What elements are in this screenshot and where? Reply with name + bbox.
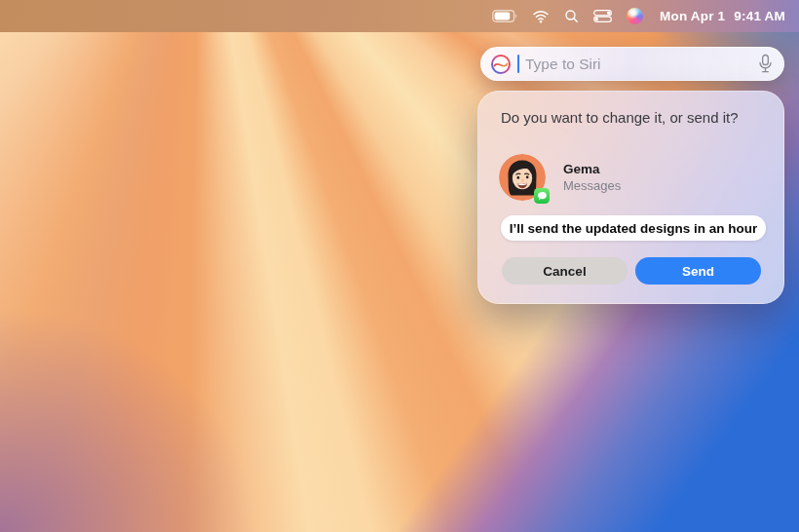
menu-time: 9:41 AM — [734, 9, 785, 23]
contact-app: Messages — [563, 178, 621, 193]
desktop-screen: Mon Apr 1 9:41 AM — [0, 0, 799, 532]
messages-badge-icon — [534, 188, 550, 204]
menu-bar: Mon Apr 1 9:41 AM — [0, 0, 799, 32]
control-center-icon[interactable] — [593, 10, 612, 22]
message-preview-field[interactable]: I’ll send the updated designs in an hour — [501, 215, 766, 241]
assistant-question: Do you want to change it, or send it? — [501, 109, 738, 126]
microphone-icon[interactable] — [758, 54, 773, 74]
cancel-button[interactable]: Cancel — [502, 257, 628, 285]
battery-icon[interactable] — [492, 10, 517, 22]
siri-menu-icon[interactable] — [627, 8, 643, 24]
wifi-icon[interactable] — [532, 10, 550, 23]
menu-clock[interactable]: Mon Apr 1 9:41 AM — [660, 9, 785, 23]
action-buttons: Cancel Send — [502, 257, 761, 285]
siri-orb-icon — [490, 54, 512, 75]
contact-card: Gema Messages — [499, 154, 621, 201]
contact-name: Gema — [563, 162, 621, 176]
text-cursor — [517, 55, 519, 73]
spotlight-search-icon[interactable] — [564, 9, 579, 23]
siri-input-bar — [480, 47, 784, 81]
menu-date: Mon Apr 1 — [660, 9, 725, 23]
siri-text-input[interactable] — [525, 56, 752, 73]
send-button[interactable]: Send — [635, 257, 761, 285]
siri-assistant-panel: Do you want to change it, or send it? — [477, 91, 784, 304]
